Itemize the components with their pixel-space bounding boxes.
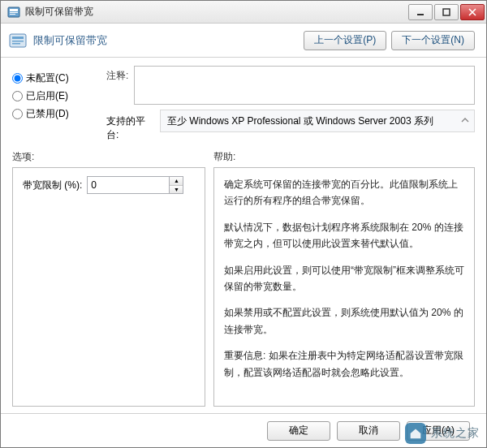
dialog-window: 限制可保留带宽 限制可保留带宽 上一个设置(P): [0, 0, 487, 448]
options-header: 选项:: [12, 150, 213, 164]
window-icon: [7, 6, 20, 19]
ok-button[interactable]: 确定: [267, 421, 330, 441]
state-radio-group: 未配置(C) 已启用(E) 已禁用(D): [12, 66, 101, 142]
chevron-up-icon[interactable]: [461, 115, 469, 127]
close-button[interactable]: [460, 4, 485, 20]
help-paragraph: 重要信息: 如果在注册表中为特定网络适配器设置带宽限制，配置该网络适配器时就会忽…: [224, 347, 464, 381]
radio-not-configured[interactable]: 未配置(C): [12, 71, 101, 85]
help-paragraph: 如果禁用或不配置此设置，则系统使用默认值为 20% 的连接带宽。: [224, 304, 464, 338]
svg-rect-2: [10, 12, 18, 13]
columns: 带宽限制 (%): ▲ ▼ 确定系统可保留的连接带宽的百分比。此值限制系统上运行…: [1, 167, 486, 413]
radio-enabled-label: 已启用(E): [26, 89, 68, 103]
help-paragraph: 默认情况下，数据包计划程序将系统限制在 20% 的连接带宽之内，但可以使用此设置…: [224, 219, 464, 252]
footer: 确定 取消 应用(A) 系统之家: [1, 413, 486, 447]
spinner-buttons: ▲ ▼: [169, 177, 183, 193]
radio-disabled-input[interactable]: [12, 109, 23, 119]
supported-platform: 至少 Windows XP Professional 或 Windows Ser…: [160, 110, 475, 132]
cancel-button[interactable]: 取消: [337, 421, 400, 441]
platform-text: 至少 Windows XP Professional 或 Windows Ser…: [167, 114, 433, 128]
apply-button[interactable]: 应用(A): [407, 421, 470, 441]
options-panel: 带宽限制 (%): ▲ ▼: [12, 167, 205, 407]
radio-not-configured-label: 未配置(C): [26, 71, 69, 85]
columns-header: 选项: 帮助:: [1, 145, 486, 167]
bandwidth-limit-option: 带宽限制 (%): ▲ ▼: [23, 176, 195, 194]
maximize-button[interactable]: [434, 4, 459, 20]
svg-rect-8: [12, 41, 24, 42]
comment-label: 注释:: [106, 66, 129, 105]
radio-not-configured-input[interactable]: [12, 73, 23, 84]
platform-label: 支持的平台:: [106, 110, 155, 142]
bandwidth-limit-input[interactable]: [88, 177, 169, 193]
next-setting-button[interactable]: 下一个设置(N): [391, 31, 475, 50]
cancel-label: 取消: [359, 424, 378, 437]
titlebar: 限制可保留带宽: [1, 1, 486, 24]
comment-input[interactable]: [134, 66, 475, 105]
apply-label: 应用(A): [422, 424, 455, 437]
svg-rect-9: [12, 43, 20, 45]
prev-setting-button[interactable]: 上一个设置(P): [304, 31, 386, 50]
svg-rect-4: [417, 14, 424, 15]
next-setting-label: 下一个设置(N): [402, 33, 464, 47]
prev-setting-label: 上一个设置(P): [314, 33, 376, 47]
help-paragraph: 如果启用此设置，则可以使用“带宽限制”框来调整系统可保留的带宽数量。: [224, 262, 464, 295]
bandwidth-limit-spinner[interactable]: ▲ ▼: [87, 176, 183, 194]
svg-rect-3: [10, 14, 15, 15]
body: 未配置(C) 已启用(E) 已禁用(D) 注释: 支持的平台: 至少 Windo…: [1, 58, 486, 145]
help-panel: 确定系统可保留的连接带宽的百分比。此值限制系统上运行的所有程序的组合带宽保留。默…: [213, 167, 475, 407]
header: 限制可保留带宽 上一个设置(P) 下一个设置(N): [1, 24, 486, 58]
svg-rect-7: [12, 37, 24, 39]
radio-disabled-label: 已禁用(D): [26, 107, 69, 121]
help-header: 帮助:: [213, 150, 235, 164]
help-paragraph: 确定系统可保留的连接带宽的百分比。此值限制系统上运行的所有程序的组合带宽保留。: [224, 176, 464, 209]
bandwidth-limit-label: 带宽限制 (%):: [23, 179, 82, 192]
svg-rect-5: [443, 9, 450, 15]
spinner-down[interactable]: ▼: [170, 186, 183, 194]
ok-label: 确定: [289, 424, 308, 437]
window-buttons: [408, 4, 485, 20]
minimize-button[interactable]: [408, 4, 433, 20]
svg-rect-1: [10, 9, 18, 11]
radio-disabled[interactable]: 已禁用(D): [12, 107, 101, 121]
policy-icon: [9, 32, 27, 50]
window-title: 限制可保留带宽: [25, 5, 408, 19]
page-title: 限制可保留带宽: [33, 33, 299, 48]
spinner-up[interactable]: ▲: [170, 177, 183, 186]
radio-enabled-input[interactable]: [12, 91, 23, 101]
radio-enabled[interactable]: 已启用(E): [12, 89, 101, 103]
